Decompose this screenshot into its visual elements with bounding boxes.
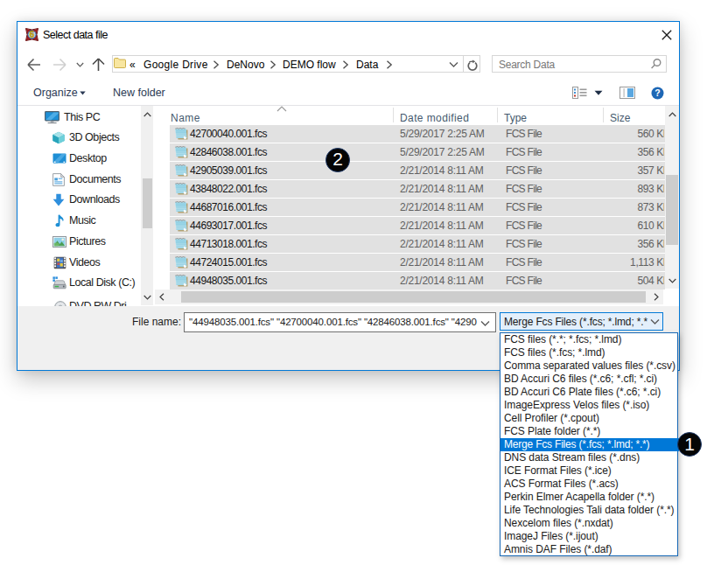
svg-text:?: ? [654, 87, 660, 98]
svg-text:6: 6 [30, 30, 35, 39]
